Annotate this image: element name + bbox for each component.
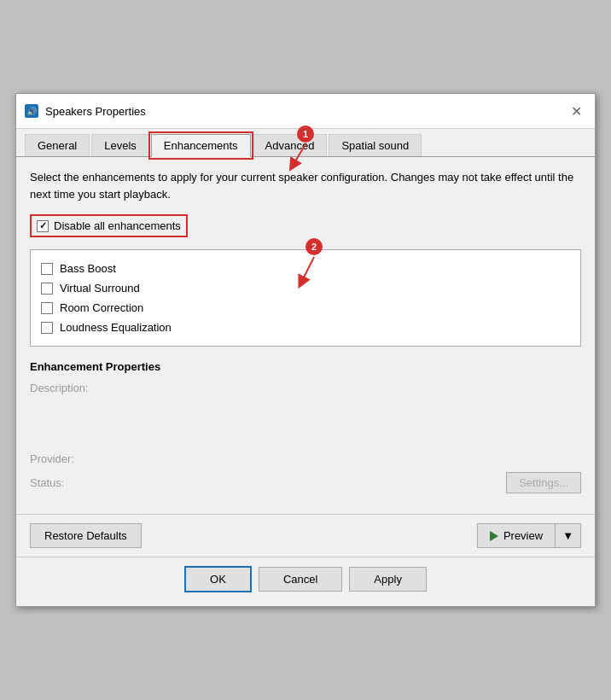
bass-boost-checkbox[interactable] bbox=[41, 263, 53, 275]
loudness-equalization-checkbox[interactable] bbox=[41, 322, 53, 334]
properties-title: Enhancement Properties bbox=[30, 360, 581, 373]
disable-all-label: Disable all enhancements bbox=[54, 219, 181, 232]
enhancements-list: Bass Boost Virtual Surround Room Correct… bbox=[30, 249, 581, 347]
enhancement-properties: Enhancement Properties Description: Prov… bbox=[30, 360, 581, 493]
loudness-equalization-label: Loudness Equalization bbox=[60, 321, 172, 334]
description-row: Description: bbox=[30, 382, 581, 394]
tab-levels[interactable]: Levels bbox=[91, 134, 149, 156]
tab-spatial-sound[interactable]: Spatial sound bbox=[329, 134, 422, 156]
status-row: Status: Settings... bbox=[30, 472, 581, 493]
main-content: Select the enhancements to apply for you… bbox=[16, 157, 595, 514]
list-item: Bass Boost bbox=[41, 259, 570, 278]
bottom-bar: Restore Defaults Preview ▼ bbox=[16, 514, 595, 557]
apply-button[interactable]: Apply bbox=[349, 567, 427, 592]
status-label: Status: bbox=[30, 476, 98, 489]
list-item: Virtual Surround bbox=[41, 278, 570, 298]
provider-row: Provider: bbox=[30, 452, 581, 465]
list-item: Room Correction bbox=[41, 298, 570, 318]
preview-button[interactable]: Preview bbox=[477, 523, 555, 548]
description-label: Description: bbox=[30, 382, 98, 394]
cancel-button[interactable]: Cancel bbox=[259, 567, 342, 592]
title-bar: 🔊 Speakers Properties ✕ bbox=[16, 94, 595, 129]
close-button[interactable]: ✕ bbox=[566, 101, 586, 121]
dialog-footer: OK Cancel Apply bbox=[16, 557, 595, 606]
room-correction-checkbox[interactable] bbox=[41, 302, 53, 314]
bass-boost-label: Bass Boost bbox=[60, 262, 116, 275]
disable-all-row[interactable]: Disable all enhancements bbox=[30, 214, 188, 237]
virtual-surround-checkbox[interactable] bbox=[41, 283, 53, 295]
virtual-surround-label: Virtual Surround bbox=[60, 282, 140, 295]
list-item: Loudness Equalization bbox=[41, 318, 570, 337]
tab-bar: General Levels Enhancements Advanced Spa… bbox=[16, 129, 595, 157]
description-text: Select the enhancements to apply for you… bbox=[30, 169, 581, 202]
dialog-icon: 🔊 bbox=[25, 104, 38, 118]
tab-enhancements[interactable]: Enhancements bbox=[151, 134, 251, 157]
disable-all-checkbox[interactable] bbox=[37, 220, 49, 232]
tab-general[interactable]: General bbox=[25, 134, 90, 156]
restore-defaults-button[interactable]: Restore Defaults bbox=[30, 523, 142, 548]
dialog-title: Speakers Properties bbox=[45, 105, 146, 118]
provider-label: Provider: bbox=[30, 452, 98, 465]
preview-dropdown-button[interactable]: ▼ bbox=[555, 523, 581, 548]
ok-button[interactable]: OK bbox=[184, 566, 252, 592]
play-icon bbox=[490, 531, 498, 541]
tab-advanced[interactable]: Advanced bbox=[253, 134, 328, 156]
room-correction-label: Room Correction bbox=[60, 301, 143, 314]
settings-button[interactable]: Settings... bbox=[506, 472, 581, 493]
speakers-properties-dialog: 🔊 Speakers Properties ✕ General Levels E… bbox=[15, 93, 596, 607]
preview-group: Preview ▼ bbox=[477, 523, 581, 548]
